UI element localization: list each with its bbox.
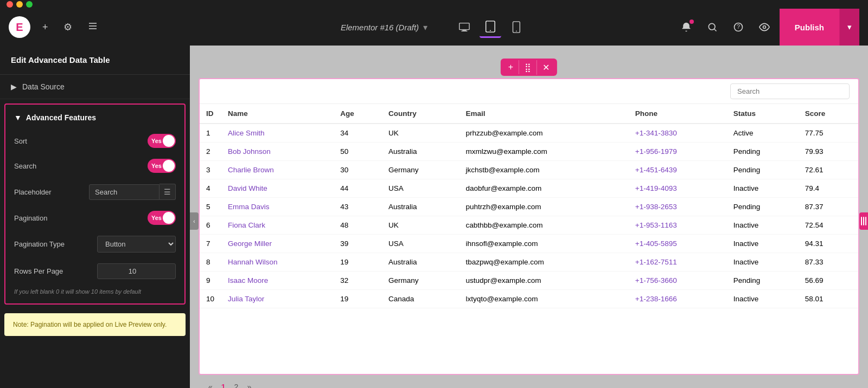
elementor-logo[interactable]: E <box>9 16 30 38</box>
cell-phone: +1-238-1666 <box>629 290 727 308</box>
cell-id: 10 <box>200 290 221 308</box>
table-body: 1 Alice Smith 34 UK prhzzub@example.com … <box>200 124 858 308</box>
sort-toggle[interactable]: Yes <box>148 134 176 148</box>
cell-score: 79.93 <box>799 143 858 161</box>
main-layout: Edit Advanced Data Table ▶ Data Source ▼… <box>0 46 868 388</box>
cell-email: jkchstb@example.com <box>459 161 628 179</box>
notifications-btn[interactable] <box>675 16 697 38</box>
close-dot[interactable] <box>7 1 13 8</box>
cell-name: Isaac Moore <box>221 271 334 290</box>
cell-age: 43 <box>334 198 382 216</box>
placeholder-input[interactable] <box>89 184 159 200</box>
canvas-area: + ⣿ ✕ ID Name Age Country Email <box>190 46 868 388</box>
close-element-btn[interactable]: ✕ <box>537 60 555 75</box>
cell-status: Active <box>727 124 799 143</box>
pagination-page-2[interactable]: 2 <box>231 381 242 388</box>
cell-phone: +1-405-5895 <box>629 235 727 253</box>
settings-icon[interactable]: ⚙ <box>60 18 75 36</box>
help-btn[interactable]: ? <box>727 16 749 38</box>
cell-score: 79.4 <box>799 179 858 198</box>
sort-toggle-knob <box>163 135 175 147</box>
col-header-name: Name <box>221 104 334 124</box>
left-resize-handle[interactable]: ‹ <box>190 212 199 230</box>
desktop-device-btn[interactable] <box>454 16 475 38</box>
doc-dropdown-icon[interactable]: ▾ <box>423 22 427 33</box>
cell-phone: +1-953-1163 <box>629 216 727 235</box>
drag-element-btn[interactable]: ⣿ <box>519 60 537 75</box>
pagination-type-row: Pagination Type Button Scroll <box>5 230 184 258</box>
table-search-input[interactable] <box>730 83 850 99</box>
placeholder-label: Placeholder <box>14 188 52 196</box>
maximize-dot[interactable] <box>26 1 33 8</box>
pagination-page-1[interactable]: 1 <box>218 381 229 388</box>
advanced-arrow: ▼ <box>14 113 22 122</box>
pagination-prev[interactable]: « <box>205 381 216 388</box>
cell-email: puhtrzh@example.com <box>459 198 628 216</box>
search-btn[interactable] <box>701 16 723 38</box>
pagination-toggle[interactable]: Yes <box>148 211 176 225</box>
cell-age: 32 <box>334 271 382 290</box>
add-button[interactable]: + <box>39 18 52 36</box>
cell-name: Bob Johnson <box>221 143 334 161</box>
note-box: Note: Pagination will be applied on Live… <box>4 313 186 336</box>
pagination-type-select[interactable]: Button Scroll <box>97 236 176 253</box>
cell-id: 3 <box>200 161 221 179</box>
data-source-arrow: ▶ <box>11 82 17 91</box>
layers-icon[interactable] <box>84 17 101 37</box>
cell-name: Emma Davis <box>221 198 334 216</box>
cell-country: Australia <box>382 253 459 271</box>
sort-toggle-label: Yes <box>151 138 162 144</box>
cell-status: Pending <box>727 143 799 161</box>
publish-dropdown-btn[interactable]: ▾ <box>839 9 859 46</box>
cell-id: 8 <box>200 253 221 271</box>
minimize-dot[interactable] <box>16 1 23 8</box>
cell-score: 94.31 <box>799 235 858 253</box>
pagination-toggle-label: Yes <box>151 215 162 221</box>
svg-rect-0 <box>89 23 97 24</box>
data-source-section[interactable]: ▶ Data Source <box>0 75 190 99</box>
table-head: ID Name Age Country Email Phone Status S… <box>200 104 858 124</box>
sidebar-title: Edit Advanced Data Table <box>0 46 190 75</box>
cell-status: Inactive <box>727 235 799 253</box>
cell-status: Pending <box>727 161 799 179</box>
placeholder-icon-btn[interactable]: ☰ <box>159 184 176 200</box>
preview-btn[interactable] <box>754 16 775 38</box>
sort-label: Sort <box>14 137 27 145</box>
svg-rect-15 <box>861 217 862 225</box>
cell-score: 87.33 <box>799 253 858 271</box>
pagination-row: «12» <box>205 381 254 388</box>
add-element-btn[interactable]: + <box>503 60 519 74</box>
placeholder-input-group: ☰ <box>89 184 176 200</box>
col-header-status: Status <box>727 104 799 124</box>
advanced-features-header[interactable]: ▼ Advanced Features <box>5 107 184 128</box>
sidebar: Edit Advanced Data Table ▶ Data Source ▼… <box>0 46 190 388</box>
cell-country: Australia <box>382 198 459 216</box>
table-row: 9 Isaac Moore 32 Germany ustudpr@example… <box>200 271 858 290</box>
cell-id: 5 <box>200 198 221 216</box>
mobile-device-btn[interactable] <box>506 16 527 38</box>
publish-button[interactable]: Publish <box>780 9 839 46</box>
svg-rect-3 <box>459 23 469 30</box>
cell-country: UK <box>382 216 459 235</box>
cell-score: 58.01 <box>799 290 858 308</box>
cell-email: ihnsofl@example.com <box>459 235 628 253</box>
cell-age: 39 <box>334 235 382 253</box>
cell-age: 34 <box>334 124 382 143</box>
pagination-next[interactable]: » <box>244 381 254 388</box>
rows-hint: If you left blank 0 it will show 10 item… <box>5 284 184 301</box>
svg-text:?: ? <box>737 23 740 30</box>
pagination-type-label: Pagination Type <box>14 240 65 248</box>
cell-id: 2 <box>200 143 221 161</box>
cell-country: UK <box>382 124 459 143</box>
tablet-device-btn[interactable] <box>480 16 501 38</box>
cell-email: lxtyqto@example.com <box>459 290 628 308</box>
search-toggle[interactable]: Yes <box>148 159 176 173</box>
col-header-age: Age <box>334 104 382 124</box>
cell-status: Inactive <box>727 179 799 198</box>
cell-email: ustudpr@example.com <box>459 271 628 290</box>
cell-phone: +1-162-7511 <box>629 253 727 271</box>
rows-per-page-input[interactable] <box>97 263 176 279</box>
cell-country: USA <box>382 179 459 198</box>
right-resize-handle[interactable] <box>859 212 868 230</box>
cell-country: Germany <box>382 271 459 290</box>
